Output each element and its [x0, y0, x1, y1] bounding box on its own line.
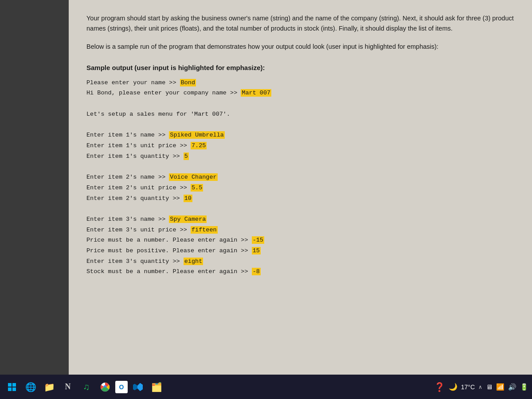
taskbar-vscode-icon[interactable]: [129, 379, 146, 395]
taskbar-files-icon[interactable]: 🗂️: [148, 379, 165, 395]
line-2: Hi Bond, please enter your company name …: [86, 88, 514, 98]
input-spiked-umbrella: Spiked Umbrella: [169, 131, 225, 139]
input-neg15: -15: [252, 236, 264, 244]
line-7: Enter item 2's name >> Voice Changer: [86, 172, 514, 183]
input-price-1: 7.25: [191, 142, 207, 149]
item3-group: Enter item 3's name >> Spy Camera Enter …: [86, 214, 514, 277]
sample-intro: Below is a sample run of the program tha…: [86, 42, 514, 52]
line-9: Enter item 2's quantity >> 10: [86, 193, 514, 204]
input-spy-camera: Spy Camera: [169, 215, 207, 223]
start-button[interactable]: [4, 379, 20, 395]
chevron-up-icon[interactable]: ∧: [478, 384, 482, 390]
taskbar-folder-icon[interactable]: 📁: [41, 379, 58, 395]
input-voice-changer: Voice Changer: [169, 173, 217, 181]
line-8: Enter item 2's unit price >> 5.5: [86, 183, 514, 193]
line-5: Enter item 1's unit price >> 7.25: [86, 141, 514, 151]
line-11: Enter item 3's unit price >> fifteen: [86, 225, 514, 235]
input-fifteen: fifteen: [191, 226, 218, 234]
setup-group: Let's setup a sales menu for 'Mart 007'.: [86, 109, 514, 120]
taskbar-edge-icon[interactable]: 🌐: [22, 379, 39, 395]
intro-paragraph: Your program should start by asking the …: [86, 13, 514, 34]
item1-group: Enter item 1's name >> Spiked Umbrella E…: [86, 130, 514, 161]
taskbar: 🌐 📁 N ♫ O 🗂️ ❓ 🌙 17°C ∧ 🖥 📶 🔊 🔋: [0, 375, 532, 399]
wifi-icon[interactable]: 📶: [496, 383, 505, 391]
input-price-2: 5.5: [191, 184, 203, 192]
taskbar-right: ❓ 🌙 17°C ∧ 🖥 📶 🔊 🔋: [434, 382, 528, 392]
input-eight: eight: [184, 258, 203, 265]
input-15: 15: [252, 247, 261, 254]
line-15: Stock must be a number. Please enter aga…: [86, 266, 514, 277]
code-block: Please enter your name >> Bond Hi Bond, …: [86, 78, 514, 277]
line-13: Price must be positive. Please enter aga…: [86, 246, 514, 256]
taskbar-chrome-icon[interactable]: [97, 379, 113, 395]
screen-icon[interactable]: 🖥: [486, 383, 493, 391]
line-1: Please enter your name >> Bond: [86, 78, 514, 88]
power-icon[interactable]: 🔋: [520, 383, 528, 391]
line-6: Enter item 1's quantity >> 5: [86, 151, 514, 162]
line-3: Let's setup a sales menu for 'Mart 007'.: [86, 109, 514, 120]
line-4: Enter item 1's name >> Spiked Umbrella: [86, 130, 514, 141]
item2-group: Enter item 2's name >> Voice Changer Ent…: [86, 172, 514, 203]
input-bond: Bond: [180, 79, 196, 86]
line-12: Price must be a number. Please enter aga…: [86, 235, 514, 246]
line-14: Enter item 3's quantity >> eight: [86, 256, 514, 267]
input-qty-1: 5: [184, 153, 189, 160]
battery-moon-icon: 🌙: [449, 383, 458, 391]
left-sidebar: [0, 0, 69, 375]
volume-icon[interactable]: 🔊: [508, 383, 516, 391]
main-content: Your program should start by asking the …: [69, 0, 532, 375]
input-mart007: Mart 007: [241, 89, 271, 97]
temperature-display: 17°C: [461, 383, 475, 391]
name-group: Please enter your name >> Bond Hi Bond, …: [86, 78, 514, 98]
windows-logo: [8, 383, 16, 391]
question-icon[interactable]: ❓: [434, 382, 445, 392]
line-10: Enter item 3's name >> Spy Camera: [86, 214, 514, 225]
sample-title: Sample output (user input is highlighted…: [86, 64, 514, 71]
taskbar-outlook-icon[interactable]: O: [115, 381, 128, 393]
taskbar-spotify-icon[interactable]: ♫: [78, 379, 95, 395]
input-neg8: -8: [252, 268, 261, 275]
taskbar-n-icon[interactable]: N: [59, 379, 76, 395]
input-qty-2: 10: [184, 195, 192, 202]
